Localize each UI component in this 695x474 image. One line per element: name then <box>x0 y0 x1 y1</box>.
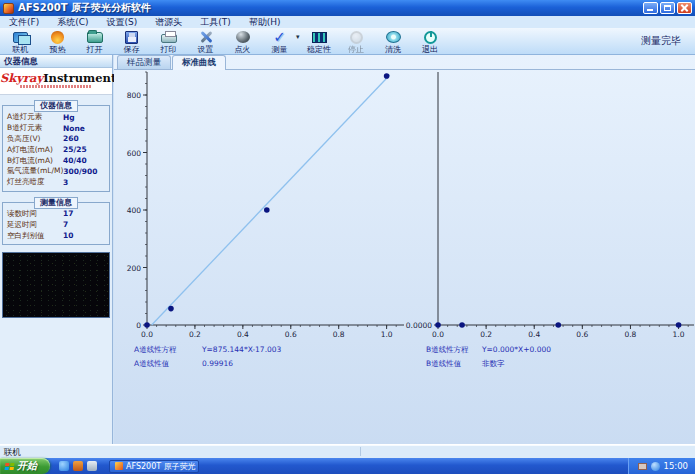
clean-button[interactable]: 清洗 <box>375 28 412 54</box>
title-bar: AFS200T 原子荧光分析软件 <box>0 0 695 16</box>
skyray-logo: SkyrayInstrument <box>0 68 112 95</box>
menu-file[interactable]: 文件(F) <box>0 16 48 28</box>
flame-icon <box>51 31 64 44</box>
toolbar: 联机 预热 打开 保存 打印 设置 点火 ✓ 测量 ▾ <box>0 28 695 55</box>
svg-text:0.0: 0.0 <box>141 330 153 339</box>
channel-b-r-label: B道线性值 <box>426 359 461 369</box>
folder-icon <box>87 32 103 43</box>
channel-a-r-value: 0.99916 <box>202 359 233 368</box>
tray-device-icon[interactable] <box>638 463 647 470</box>
svg-text:0.0: 0.0 <box>432 330 444 339</box>
info-row: B灯电流(mA)40/40 <box>5 155 107 166</box>
svg-text:400: 400 <box>127 206 142 215</box>
measure-dropdown-arrow[interactable]: ▾ <box>296 33 300 41</box>
quick-launch-browser-icon[interactable] <box>59 461 69 471</box>
svg-text:0.6: 0.6 <box>285 330 297 339</box>
clock: 15:00 <box>664 461 689 471</box>
app-icon <box>3 3 14 14</box>
info-row: B道灯元素None <box>5 123 107 134</box>
minimize-button[interactable] <box>643 2 658 14</box>
bar-chart-icon <box>312 32 327 43</box>
group-title: 仪器信息 <box>34 100 78 112</box>
ignite-button[interactable]: 点火 <box>224 28 261 54</box>
stop-circle-icon <box>350 31 363 44</box>
quick-launch <box>59 461 97 471</box>
instrument-info-panel: 仪器信息 SkyrayInstrument 仪器信息 A道灯元素Hg B道灯元素… <box>0 55 113 444</box>
svg-text:0.0000: 0.0000 <box>406 321 432 330</box>
checkmark-icon: ✓ <box>273 31 286 44</box>
svg-text:1.0: 1.0 <box>381 330 393 339</box>
info-row: 灯丝亮暗度3 <box>5 177 107 188</box>
channel-a-equation-label: A道线性方程 <box>134 345 177 355</box>
floppy-icon <box>125 31 138 44</box>
measurement-status-text: 测量完毕 <box>641 34 681 48</box>
close-button[interactable] <box>677 2 692 14</box>
measurement-info-group: 测量信息 读数时间17 延迟时间7 空白判别值10 <box>2 202 110 245</box>
camera-preview <box>2 252 110 318</box>
printer-icon <box>161 34 177 43</box>
info-row: 负高压(V)260 <box>5 134 107 145</box>
stability-button[interactable]: 稳定性 <box>301 28 338 54</box>
menu-tools[interactable]: 工具(T) <box>191 16 240 28</box>
status-bar: 联机 <box>0 444 695 458</box>
channel-b-equation-value: Y=0.000*X+0.000 <box>482 345 551 354</box>
system-tray: 15:00 <box>628 458 695 474</box>
tray-sound-icon[interactable] <box>651 462 660 471</box>
application-window: AFS200T 原子荧光分析软件 文件(F) 系统(C) 设置(S) 谱源头 工… <box>0 0 695 474</box>
svg-text:0.4: 0.4 <box>237 330 249 339</box>
quick-launch-desktop-icon[interactable] <box>87 461 97 471</box>
windows-flag-icon <box>5 463 15 470</box>
svg-text:0.6: 0.6 <box>576 330 588 339</box>
open-button[interactable]: 打开 <box>76 28 113 54</box>
info-row: 空白判别值10 <box>5 230 107 241</box>
menu-system[interactable]: 系统(C) <box>48 16 97 28</box>
svg-text:800: 800 <box>127 91 142 100</box>
info-row: A灯电流(mA)25/25 <box>5 144 107 155</box>
pane-title: 仪器信息 <box>0 55 112 68</box>
menu-bar: 文件(F) 系统(C) 设置(S) 谱源头 工具(T) 帮助(H) <box>0 16 695 28</box>
exit-button[interactable]: 退出 <box>412 28 449 54</box>
svg-text:200: 200 <box>127 264 142 273</box>
instrument-info-group: 仪器信息 A道灯元素Hg B道灯元素None 负高压(V)260 A灯电流(mA… <box>2 105 110 192</box>
print-button[interactable]: 打印 <box>150 28 187 54</box>
connect-button[interactable]: 联机 <box>2 28 39 54</box>
window-title: AFS200T 原子荧光分析软件 <box>18 1 643 15</box>
svg-text:600: 600 <box>127 149 142 158</box>
menu-help[interactable]: 帮助(H) <box>240 16 290 28</box>
quick-launch-app-icon[interactable] <box>73 461 83 471</box>
main-area: 样品测量 标准曲线 0.00.20.40.60.81.0020040060080… <box>114 55 695 444</box>
menu-source[interactable]: 谱源头 <box>146 16 191 28</box>
stop-button[interactable]: 停止 <box>338 28 375 54</box>
tab-standard-curve[interactable]: 标准曲线 <box>172 55 226 70</box>
info-row: A道灯元素Hg <box>5 112 107 123</box>
channel-a-curve-chart: 0.00.20.40.60.81.00200400600800 <box>118 66 405 342</box>
channel-b-r-value: 非数字 <box>482 359 505 369</box>
channel-a-r-label: A道线性值 <box>134 359 169 369</box>
channel-a-equation-value: Y=875.144*X-17.003 <box>202 345 281 354</box>
svg-text:0.8: 0.8 <box>624 330 636 339</box>
measure-button[interactable]: ✓ 测量 <box>261 28 298 54</box>
info-row: 延迟时间7 <box>5 219 107 230</box>
svg-text:0.4: 0.4 <box>528 330 540 339</box>
svg-text:0.8: 0.8 <box>333 330 345 339</box>
logo-subtext <box>20 85 92 88</box>
statusbar-divider <box>360 447 361 456</box>
svg-text:0: 0 <box>136 321 141 330</box>
monitors-icon <box>13 32 28 43</box>
info-row: 读数时间17 <box>5 209 107 220</box>
taskbar-app-button[interactable]: AFS200T 原子荧光 <box>109 460 199 473</box>
preheat-button[interactable]: 预热 <box>39 28 76 54</box>
start-button[interactable]: 开始 <box>0 458 50 474</box>
power-icon <box>424 31 437 44</box>
settings-button[interactable]: 设置 <box>187 28 224 54</box>
task-app-icon <box>115 462 123 470</box>
channel-b-equation-label: B道线性方程 <box>426 345 469 355</box>
svg-text:0.2: 0.2 <box>189 330 201 339</box>
sphere-icon <box>236 31 250 43</box>
crossed-tools-icon <box>199 30 213 44</box>
save-button[interactable]: 保存 <box>113 28 150 54</box>
info-row: 氩气流量(mL/M)300/900 <box>5 166 107 177</box>
menu-settings[interactable]: 设置(S) <box>98 16 147 28</box>
maximize-button[interactable] <box>660 2 675 14</box>
disc-icon <box>386 31 401 43</box>
